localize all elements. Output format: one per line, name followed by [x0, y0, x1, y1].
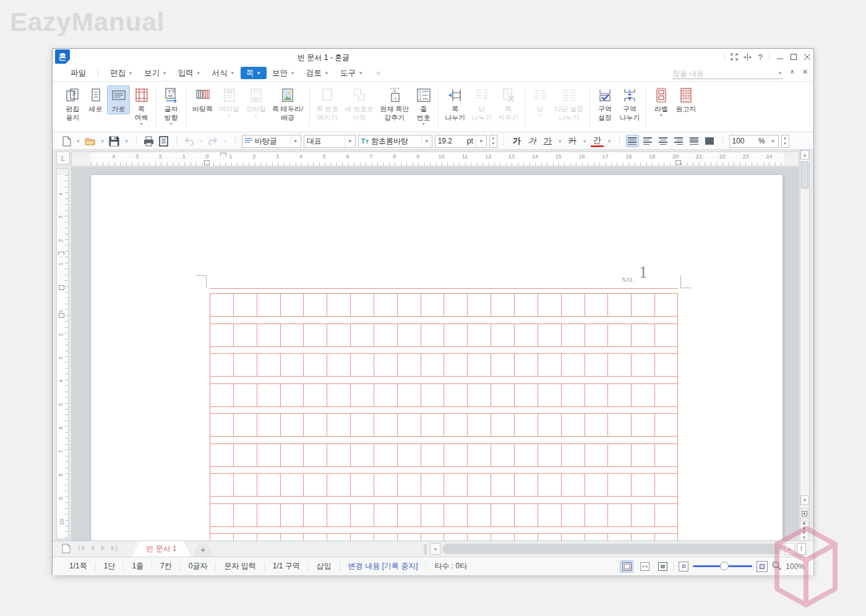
bold-button[interactable]: 가: [510, 135, 523, 147]
new-document-dropdown-icon[interactable]: ▼: [76, 139, 80, 143]
maximize-button[interactable]: [787, 51, 800, 62]
first-document-icon[interactable]: [79, 545, 85, 552]
zoom-combo[interactable]: 100 %▼: [729, 135, 779, 148]
next-page-button[interactable]: ▼▼: [800, 531, 808, 541]
ribbon-button-9[interactable]: -1-쪽 번호 매기기: [313, 85, 341, 123]
zoom-out-button[interactable]: [679, 562, 688, 571]
help-icon[interactable]: ?: [754, 51, 766, 62]
status-segment-7[interactable]: 삽입: [309, 561, 340, 571]
split-view-icon[interactable]: [741, 51, 753, 62]
page-view-button[interactable]: [620, 560, 633, 573]
font-size-stepper[interactable]: ▲▼: [489, 135, 497, 148]
align-left-button[interactable]: [641, 135, 654, 147]
ribbon-button-0[interactable]: 편집 용지: [61, 85, 84, 123]
print-icon[interactable]: [143, 135, 155, 147]
document-page[interactable]: NO. 1: [90, 174, 783, 541]
vertical-scrollbar[interactable]: ▲ ▼: [800, 150, 810, 541]
status-segment-2[interactable]: 1줄: [124, 561, 152, 571]
strikethrough-button[interactable]: 가: [566, 135, 579, 147]
align-divide-button[interactable]: [703, 135, 716, 147]
text-top-marker[interactable]: [59, 313, 64, 318]
align-distribute-button[interactable]: [688, 135, 701, 147]
menu-item-8[interactable]: 도구▼: [335, 67, 369, 79]
header-margin-marker[interactable]: [59, 285, 64, 290]
tab-stop-selector[interactable]: L: [56, 152, 70, 165]
font-size-combo[interactable]: 19.2 pt▼: [435, 135, 487, 148]
status-segment-5[interactable]: 문자 입력: [216, 561, 264, 571]
ribbon-button-11[interactable]: -3--1-현재 쪽만 감추기: [377, 85, 412, 123]
status-segment-0[interactable]: 1/1쪽: [61, 561, 95, 571]
font-color-button[interactable]: 간: [591, 135, 604, 147]
scroll-right-button[interactable]: ►: [784, 543, 795, 555]
ribbon-button-2[interactable]: 가로: [107, 85, 130, 114]
undo-dropdown-icon[interactable]: ▼: [199, 139, 204, 143]
previous-page-button[interactable]: ▲▲: [800, 521, 808, 531]
ribbon-button-12[interactable]: 123줄 번호▼: [412, 85, 435, 128]
ribbon-button-10[interactable]: -1-새 번호로 시작: [341, 85, 377, 123]
preview-icon[interactable]: [158, 135, 170, 147]
zoom-in-button[interactable]: [757, 561, 768, 572]
search-dropdown-icon[interactable]: ▼: [778, 71, 782, 76]
search-field[interactable]: ▼: [672, 68, 782, 79]
menu-item-5[interactable]: 쪽▼: [241, 67, 267, 79]
strikethrough-dropdown-icon[interactable]: ▼: [583, 139, 587, 143]
status-segment-8[interactable]: 변경 내용 [기록 중지]: [340, 561, 426, 571]
scrollbar-thumb[interactable]: [443, 544, 782, 554]
save-icon[interactable]: [108, 135, 121, 147]
new-tab-button[interactable]: +: [192, 543, 213, 557]
document-tab[interactable]: 빈 문서 1: [132, 541, 191, 557]
ribbon-button-18[interactable]: 구역 설정: [593, 85, 616, 123]
left-margin-marker[interactable]: [204, 160, 210, 165]
ribbon-button-16[interactable]: 단▼: [528, 85, 551, 119]
menu-item-2[interactable]: 보기▼: [139, 67, 173, 79]
status-segment-3[interactable]: 7칸: [152, 561, 180, 571]
status-segment-4[interactable]: 0글자: [181, 561, 216, 571]
italic-button[interactable]: 가: [526, 135, 539, 147]
horizontal-scrollbar[interactable]: [442, 543, 783, 555]
next-document-icon[interactable]: [100, 545, 106, 552]
status-segment-6[interactable]: 1/1 구역: [265, 561, 308, 571]
undo-icon[interactable]: [183, 135, 195, 147]
fit-width-view-button[interactable]: [638, 560, 651, 573]
previous-document-icon[interactable]: [89, 545, 96, 552]
ribbon-button-6[interactable]: 머리말▼: [216, 85, 242, 119]
ribbon-button-17[interactable]: 다단 설정 나누기: [551, 85, 586, 123]
ribbon-button-3[interactable]: 쪽 여백▼: [130, 85, 153, 128]
menu-item-7[interactable]: 검토▼: [301, 67, 335, 79]
menu-item-6[interactable]: 보안▼: [267, 67, 301, 79]
magnifier-icon[interactable]: [772, 561, 781, 572]
page-layout-icon[interactable]: [61, 544, 72, 555]
open-dropdown-icon[interactable]: ▼: [100, 139, 105, 143]
redo-icon[interactable]: [207, 135, 220, 147]
status-segment-1[interactable]: 1단: [96, 561, 124, 571]
font-color-dropdown-icon[interactable]: ▼: [607, 139, 612, 143]
search-input[interactable]: [672, 68, 778, 79]
caret-button[interactable]: I: [797, 543, 806, 555]
collapse-ribbon-icon[interactable]: ∧: [790, 68, 794, 75]
ribbon-button-20[interactable]: 라벨▼: [650, 85, 672, 119]
menu-item-0[interactable]: 파일: [65, 67, 92, 79]
underline-button[interactable]: 가: [541, 135, 554, 147]
close-button[interactable]: [801, 51, 813, 62]
ribbon-button-8[interactable]: 쪽 테두리/ 배경: [269, 85, 306, 123]
zoom-stepper[interactable]: ▲▼: [781, 135, 789, 148]
menu-item-4[interactable]: 서식▼: [207, 67, 241, 79]
ribbon-button-1[interactable]: 세로: [84, 85, 107, 114]
menu-item-3[interactable]: 입력▼: [173, 67, 207, 79]
align-center-button[interactable]: [657, 135, 670, 147]
redo-dropdown-icon[interactable]: ▼: [223, 139, 228, 143]
status-segment-9[interactable]: 타수 : 0타: [426, 561, 475, 571]
style-combo[interactable]: 바탕글▼: [242, 135, 301, 148]
open-folder-icon[interactable]: [84, 135, 96, 147]
ribbon-button-4[interactable]: 文字AB글자 방향▼: [160, 85, 182, 128]
style-preset-combo[interactable]: 대표▼: [304, 135, 356, 148]
new-document-icon[interactable]: [60, 135, 72, 147]
scroll-left-button[interactable]: ◄: [430, 543, 440, 555]
scroll-up-button[interactable]: ▲: [800, 150, 809, 160]
last-document-icon[interactable]: [110, 545, 117, 552]
ribbon-button-5[interactable]: 바탕쪽: [189, 85, 216, 114]
ribbon-button-19[interactable]: 구역 나누기: [616, 85, 643, 123]
menu-item-1[interactable]: 편집▼: [105, 67, 139, 79]
align-justify-button[interactable]: [626, 135, 639, 147]
save-dropdown-icon[interactable]: ▼: [124, 139, 129, 143]
